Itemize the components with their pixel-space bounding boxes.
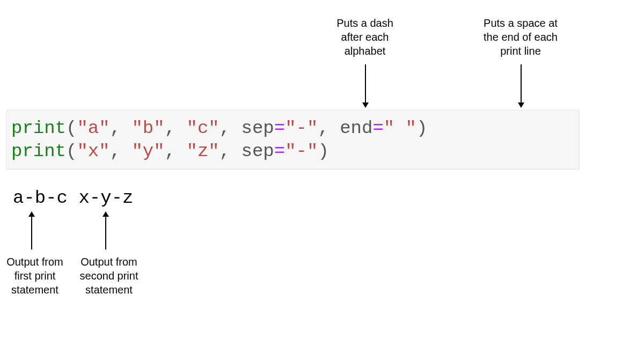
annotation-end: Puts a space atthe end of eachprint line [467,16,574,58]
code-paren: ) [318,141,328,161]
code-paren: ) [416,118,427,138]
code-paren: ( [66,118,77,138]
code-str: "c" [187,118,219,138]
code-kwarg: sep [241,141,274,161]
code-str: "-" [285,118,318,138]
code-str: " " [384,118,416,138]
annotation-output-second: Output fromsecond printstatement [74,255,144,297]
code-fn: print [11,118,66,138]
code-str: "b" [131,118,164,138]
arrow-up-icon [105,212,106,249]
code-str: "x" [77,141,109,161]
code-kwarg: sep [241,118,274,138]
arrow-down-icon [365,64,366,107]
code-op: = [274,141,285,161]
arrow-up-icon [31,212,32,249]
code-paren: ( [66,141,77,161]
code-op: = [274,118,285,138]
arrow-down-icon [521,64,522,107]
code-str: "z" [187,141,219,161]
code-str: "-" [285,141,318,161]
code-kwarg: end [340,118,372,138]
code-str: "a" [77,118,109,138]
code-block: print("a", "b", "c", sep="-", end=" ") p… [6,110,580,170]
annotation-output-first: Output fromfirst printstatement [0,255,70,297]
code-op: = [372,118,383,138]
code-str: "y" [131,141,164,161]
code-fn: print [11,141,66,161]
program-output: a-b-c x-y-z [13,188,133,208]
annotation-sep: Puts a dashafter eachalphabet [317,16,413,58]
